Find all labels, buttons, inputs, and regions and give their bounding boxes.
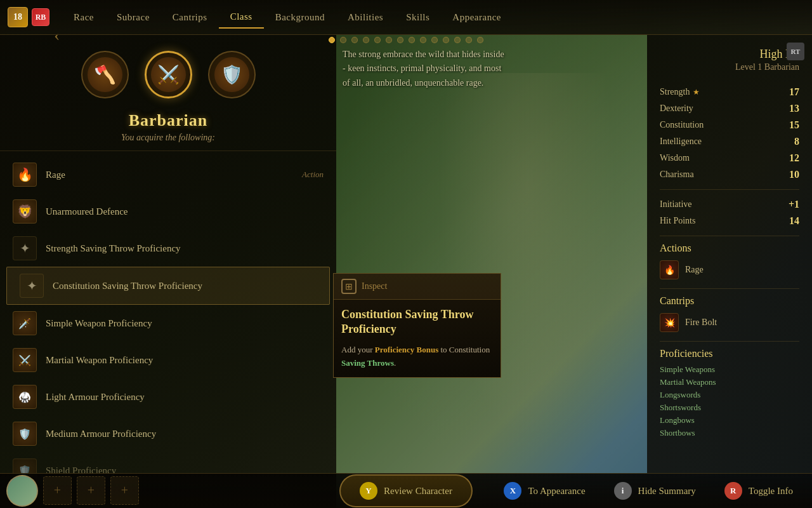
slot-icons: + + + (0, 473, 145, 508)
simple-weapon-icon: 🗡️ (13, 311, 37, 335)
progress-dots (329, 37, 483, 43)
feature-item-martial-weapon[interactable]: ⚔️ Martial Weapon Proficiency (0, 342, 336, 378)
class-icon-3[interactable]: 🛡️ (208, 51, 256, 98)
feature-rage-tag: Action (302, 170, 324, 180)
unarmoured-icon: 🦁 (13, 199, 37, 224)
tooltip-highlight-saving: Saving Throws (341, 358, 394, 368)
stat-value-dexterity: 13 (789, 103, 799, 114)
feature-medium-armour-name: Medium Armour Proficiency (46, 429, 324, 439)
rage-action-icon: 🔥 (660, 260, 679, 279)
stat-value-constitution: 15 (789, 119, 799, 131)
stat-value-strength: 17 (789, 86, 799, 98)
tooltip-desc-part2: to Constitution (438, 345, 490, 354)
cantrips-divider (660, 288, 799, 289)
class-subtitle: You acquire the following: (13, 133, 324, 143)
feature-item-unarmoured[interactable]: 🦁 Unarmoured Defence (0, 193, 336, 230)
stat-value-hitpoints: 14 (789, 215, 799, 227)
proficiency-simple-weapons: Simple Weapons (660, 363, 799, 376)
progress-dot-7 (397, 37, 403, 43)
inspect-label: Inspect (362, 281, 387, 291)
stat-value-wisdom: 12 (789, 152, 799, 164)
nav-item-cantrips[interactable]: Cantrips (161, 7, 219, 28)
proficiency-longswords: Longswords (660, 389, 799, 401)
stat-row-wisdom: Wisdom 12 (660, 150, 799, 166)
actions-divider (660, 236, 799, 236)
tooltip-highlight-proficiency: Proficiency Bonus (375, 345, 439, 354)
stat-row-charisma: Charisma 10 (660, 166, 799, 183)
review-character-button[interactable]: Y Review Character (339, 474, 473, 507)
toggle-info-label: Toggle Info (749, 486, 793, 497)
rt-badge: RT (787, 43, 804, 60)
proficiency-longbows: Longbows (660, 414, 799, 427)
add-slot-1[interactable]: + (43, 476, 72, 505)
stat-row-strength: Strength ★ 17 (660, 84, 799, 100)
left-panel: ‹ 🪓 ⚔️ 🛡️ Barbarian You acquire the foll… (0, 35, 336, 508)
character-race: High Elf (660, 48, 799, 61)
y-button-badge: Y (360, 482, 377, 500)
class-title-area: Barbarian You acquire the following: (0, 108, 336, 151)
feature-item-medium-armour[interactable]: 🛡️ Medium Armour Proficiency (0, 415, 336, 452)
progress-dot-13 (466, 37, 472, 43)
light-armour-icon: 🥋 (13, 385, 37, 409)
feature-str-save-name: Strength Saving Throw Proficiency (46, 243, 324, 254)
stats-divider (660, 189, 799, 190)
feature-item-str-save[interactable]: ✦ Strength Saving Throw Proficiency (0, 230, 336, 267)
stat-row-dexterity: Dexterity 13 (660, 100, 799, 117)
rage-icon: 🔥 (13, 163, 37, 187)
proficiency-martial-weapons: Martial Weapons (660, 376, 799, 389)
feature-item-rage[interactable]: 🔥 Rage Action (0, 156, 336, 193)
class-icon-1[interactable]: 🪓 (81, 51, 129, 98)
progress-dot-3 (351, 37, 358, 43)
class-icon-2-selected[interactable]: ⚔️ (145, 51, 192, 98)
class-icons-row: 🪓 ⚔️ 🛡️ (0, 35, 336, 108)
action-item-rage: 🔥 Rage (660, 258, 799, 282)
progress-dot-12 (454, 37, 461, 43)
class-icon-1-inner: 🪓 (88, 57, 122, 92)
feature-light-armour-name: Light Armour Proficiency (46, 392, 324, 403)
toggle-info-button[interactable]: R Toggle Info (712, 477, 806, 505)
nav-item-abilities[interactable]: Abilities (336, 7, 395, 28)
nav-item-subrace[interactable]: Subrace (105, 7, 161, 28)
review-character-label: Review Character (384, 486, 452, 497)
stat-name-intelligence: Intelligence (660, 137, 702, 147)
nav-item-background[interactable]: Background (264, 7, 336, 28)
nav-item-appearance[interactable]: Appearance (441, 7, 513, 28)
stat-name-dexterity: Dexterity (660, 104, 693, 114)
actions-section-label: Actions (660, 243, 799, 254)
logo-area: 18 RB (0, 7, 57, 27)
nav-item-race[interactable]: Race (62, 7, 105, 28)
character-title: High Elf Level 1 Barbarian (660, 48, 799, 72)
character-class-level: Level 1 Barbarian (660, 62, 799, 72)
avatar-slot[interactable] (6, 475, 38, 507)
class-name: Barbarian (13, 111, 324, 130)
tooltip-header: ⊞ Inspect (334, 274, 501, 300)
features-list: 🔥 Rage Action 🦁 Unarmoured Defence ✦ Str… (0, 151, 336, 508)
hide-summary-button[interactable]: i Hide Summary (601, 477, 709, 505)
firebolt-icon: 💥 (660, 313, 679, 332)
feature-con-save-name: Constitution Saving Throw Proficiency (53, 281, 317, 291)
nav-items: Race Subrace Cantrips Class Background A… (57, 6, 812, 29)
stat-name-hitpoints: Hit Points (660, 216, 695, 226)
tooltip-desc-part1: Add your (341, 345, 375, 354)
inspect-icon: ⊞ (341, 279, 357, 294)
progress-dot-6 (386, 37, 392, 43)
top-navigation: 18 RB Race Subrace Cantrips Class Backgr… (0, 0, 812, 35)
stat-name-wisdom: Wisdom (660, 153, 690, 163)
feature-item-con-save[interactable]: ✦ Constitution Saving Throw Proficiency (6, 267, 330, 305)
stat-row-hitpoints: Hit Points 14 (660, 213, 799, 229)
nav-item-skills[interactable]: Skills (395, 7, 441, 28)
to-appearance-button[interactable]: X To Appearance (491, 477, 598, 505)
tooltip-popup: ⊞ Inspect Constitution Saving Throw Prof… (333, 273, 501, 378)
tooltip-title: Constitution Saving Throw Proficiency (341, 307, 493, 337)
right-panel: RT High Elf Level 1 Barbarian Strength ★… (647, 35, 812, 473)
feature-item-simple-weapon[interactable]: 🗡️ Simple Weapon Proficiency (0, 305, 336, 342)
strength-star: ★ (693, 88, 700, 97)
add-slot-3[interactable]: + (110, 476, 139, 505)
add-slot-2[interactable]: + (77, 476, 105, 505)
feature-item-light-armour[interactable]: 🥋 Light Armour Proficiency (0, 378, 336, 415)
proficiencies-section-label: Proficiencies (660, 348, 799, 359)
stat-name-initiative: Initiative (660, 199, 692, 210)
nav-item-class[interactable]: Class (219, 6, 264, 29)
stat-name-constitution: Constitution (660, 120, 704, 130)
prof-divider (660, 341, 799, 342)
